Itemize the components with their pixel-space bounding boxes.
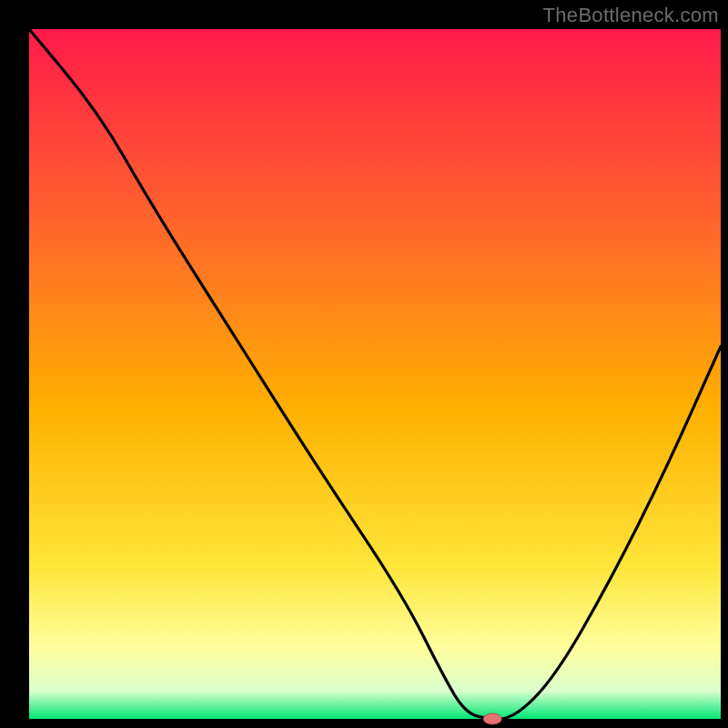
plot-background [29, 29, 721, 719]
bottleneck-chart [0, 0, 728, 728]
optimal-point-marker [483, 713, 501, 724]
chart-container: TheBottleneck.com [0, 0, 728, 728]
watermark-text: TheBottleneck.com [543, 4, 719, 27]
